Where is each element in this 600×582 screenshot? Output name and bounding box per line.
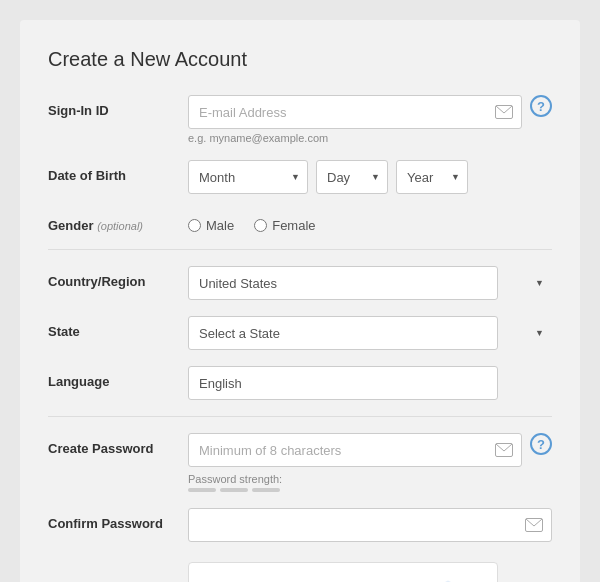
year-select-wrapper: Year 20242010200019901980 [396, 160, 468, 194]
confirm-password-field [188, 508, 552, 542]
password-icon[interactable] [494, 440, 514, 460]
month-select[interactable]: Month JanuaryFebruaryMarch AprilMayJune … [188, 160, 308, 194]
email-hint: e.g. myname@example.com [188, 132, 522, 144]
signin-id-field: e.g. myname@example.com [188, 95, 522, 144]
captcha-container: I'm not a robot reCAPTCHA Privacy · Term… [188, 562, 498, 582]
confirm-password-label: Confirm Password [48, 508, 188, 531]
year-select[interactable]: Year 20242010200019901980 [396, 160, 468, 194]
female-radio-label[interactable]: Female [254, 218, 315, 233]
gender-row: Gender (optional) Male Female [48, 210, 552, 233]
country-select-wrapper: United States Canada United Kingdom Aust… [188, 266, 552, 300]
female-radio[interactable] [254, 219, 267, 232]
account-form-container: Create a New Account Sign-In ID e.g. myn… [20, 20, 580, 582]
divider-1 [48, 249, 552, 250]
gender-radio-group: Male Female [188, 210, 552, 233]
language-input[interactable] [188, 366, 498, 400]
strength-bar-3 [252, 488, 280, 492]
gender-label: Gender (optional) [48, 210, 188, 233]
strength-bars [188, 488, 522, 492]
day-select-wrapper: Day 12345 678910 15202531 [316, 160, 388, 194]
state-row: State Select a State AlabamaAlaskaArizon… [48, 316, 552, 350]
male-radio[interactable] [188, 219, 201, 232]
create-password-row: Create Password Password strength: [48, 433, 552, 492]
language-row: Language [48, 366, 552, 400]
day-select[interactable]: Day 12345 678910 15202531 [316, 160, 388, 194]
state-label: State [48, 316, 188, 339]
email-help-icon[interactable]: ? [530, 95, 552, 117]
confirm-password-input[interactable] [188, 508, 552, 542]
password-input[interactable] [188, 433, 522, 467]
gender-field: Male Female [188, 210, 552, 233]
language-field [188, 366, 552, 400]
email-icon[interactable] [494, 102, 514, 122]
country-field: United States Canada United Kingdom Aust… [188, 266, 552, 300]
signin-id-row: Sign-In ID e.g. myname@example.com ? [48, 95, 552, 144]
dob-label: Date of Birth [48, 160, 188, 183]
divider-2 [48, 416, 552, 417]
create-password-field: Password strength: [188, 433, 522, 492]
country-row: Country/Region United States Canada Unit… [48, 266, 552, 300]
language-label: Language [48, 366, 188, 389]
confirm-password-icon[interactable] [524, 515, 544, 535]
password-help-icon[interactable]: ? [530, 433, 552, 455]
dob-row: Date of Birth Month JanuaryFebruaryMarch… [48, 160, 552, 194]
password-strength: Password strength: [188, 473, 522, 492]
strength-label: Password strength: [188, 473, 522, 485]
male-radio-label[interactable]: Male [188, 218, 234, 233]
signin-id-label: Sign-In ID [48, 95, 188, 118]
state-field: Select a State AlabamaAlaskaArizona Cali… [188, 316, 552, 350]
email-input[interactable] [188, 95, 522, 129]
country-select[interactable]: United States Canada United Kingdom Aust… [188, 266, 498, 300]
page-title: Create a New Account [48, 48, 552, 71]
confirm-password-row: Confirm Password [48, 508, 552, 542]
state-select-wrapper: Select a State AlabamaAlaskaArizona Cali… [188, 316, 552, 350]
month-select-wrapper: Month JanuaryFebruaryMarch AprilMayJune … [188, 160, 308, 194]
confirm-password-input-wrapper [188, 508, 552, 542]
dob-selects: Month JanuaryFebruaryMarch AprilMayJune … [188, 160, 552, 194]
dob-field: Month JanuaryFebruaryMarch AprilMayJune … [188, 160, 552, 194]
strength-bar-1 [188, 488, 216, 492]
state-select[interactable]: Select a State AlabamaAlaskaArizona Cali… [188, 316, 498, 350]
country-label: Country/Region [48, 266, 188, 289]
strength-bar-2 [220, 488, 248, 492]
create-password-label: Create Password [48, 433, 188, 456]
password-input-wrapper [188, 433, 522, 467]
email-input-wrapper [188, 95, 522, 129]
